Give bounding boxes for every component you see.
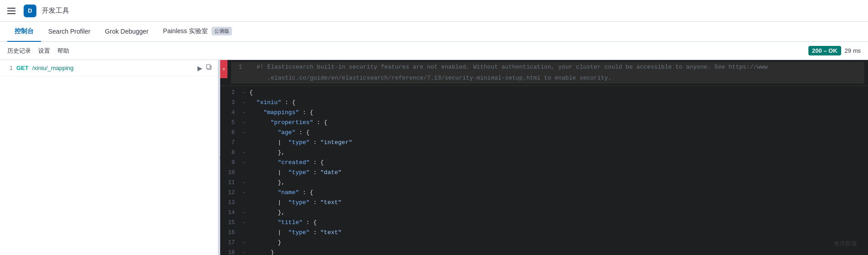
request-method: GET	[16, 65, 29, 71]
toolbar: 历史记录 设置 帮助 200 – OK 29 ms	[0, 42, 868, 60]
help-button[interactable]: 帮助	[57, 45, 69, 57]
code-line: 9 - "created" : {	[224, 158, 864, 168]
app-icon: D	[24, 5, 36, 17]
tab-painless[interactable]: Painless 实验室 公测版	[156, 22, 239, 42]
warning-line-2: .elastic.co/guide/en/elasticsearch/refer…	[231, 73, 864, 84]
request-number: 1	[5, 65, 13, 71]
code-line: 2 - {	[224, 88, 864, 98]
code-line: 15 - "title" : {	[224, 218, 864, 228]
json-output: 2 - { 3 - "xiniu" : { 4 - "mappings" : {…	[220, 86, 868, 255]
code-line: 3 - "xiniu" : {	[224, 98, 864, 108]
warning-close-button[interactable]: ✕	[220, 60, 227, 78]
tab-console[interactable]: 控制台	[7, 22, 41, 42]
tab-grok-debugger[interactable]: Grok Debugger	[98, 22, 156, 42]
code-line: 5 - "properties" : {	[224, 118, 864, 128]
code-line: 18 - }	[224, 248, 864, 255]
menu-icon[interactable]	[7, 5, 18, 16]
code-line: 16 | "type" : "text"	[224, 228, 864, 238]
code-line: 7 | "type" : "integer"	[224, 138, 864, 148]
response-time: 29 ms	[845, 47, 861, 54]
tab-search-profiler[interactable]: Search Profiler	[41, 22, 98, 42]
code-line: 12 - "name" : {	[224, 188, 864, 198]
main-content: 1 GET /xiniu/_mapping ▶ ⋮ ✕ 1	[0, 60, 868, 255]
code-line: 10 | "type" : "date"	[224, 168, 864, 178]
app-title: 开发工具	[42, 6, 69, 15]
code-line: 13 | "type" : "text"	[224, 198, 864, 208]
code-line: 4 - "mappings" : {	[224, 108, 864, 118]
status-section: 200 – OK 29 ms	[808, 46, 861, 55]
run-icon[interactable]: ▶	[197, 65, 202, 72]
request-actions: ▶	[197, 64, 212, 72]
nav-tabs: 控制台 Search Profiler Grok Debugger Painle…	[0, 22, 868, 42]
settings-button[interactable]: 设置	[38, 45, 50, 57]
request-item[interactable]: 1 GET /xiniu/_mapping ▶	[0, 60, 218, 76]
svg-rect-1	[207, 65, 210, 69]
warning-line-1: 1 #! Elasticsearch built-in security fea…	[231, 62, 864, 73]
painless-badge: 公测版	[212, 27, 232, 35]
code-line: 8 - },	[224, 148, 864, 158]
code-line: 14 - },	[224, 208, 864, 218]
history-button[interactable]: 历史记录	[7, 45, 31, 57]
code-line: 11 - },	[224, 178, 864, 188]
right-panel: ✕ 1 #! Elasticsearch built-in security f…	[220, 60, 868, 255]
left-panel: 1 GET /xiniu/_mapping ▶	[0, 60, 218, 255]
request-path: /xiniu/_mapping	[32, 65, 194, 71]
status-badge: 200 – OK	[808, 46, 841, 55]
copy-icon[interactable]	[206, 64, 212, 72]
code-line: 17 - }	[224, 238, 864, 248]
code-line: 6 - "age" : {	[224, 128, 864, 138]
top-bar: D 开发工具	[0, 0, 868, 22]
